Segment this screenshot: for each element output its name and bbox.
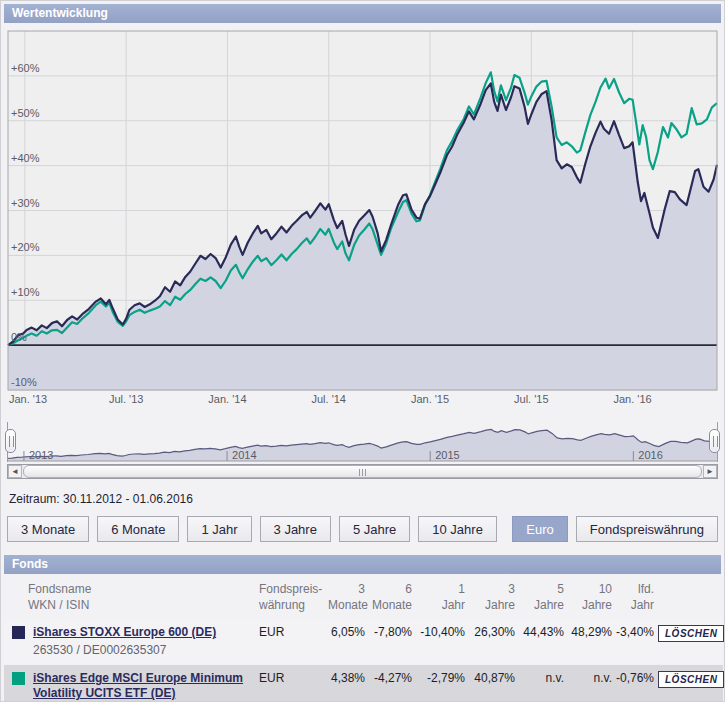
value-3-monate: 6,05% [326, 619, 367, 664]
performance-section-header: Wertentwicklung [4, 4, 721, 23]
value-10-jahre: 48,29% [566, 619, 614, 664]
period-button-3-monate[interactable]: 3 Monate [7, 516, 89, 542]
col-header-6-monate: 6 Monate [367, 577, 414, 619]
value-lfd-jahr: -0,76% [614, 664, 656, 702]
period-button-3-jahre[interactable]: 3 Jahre [260, 516, 331, 542]
fund-link[interactable]: iShares Edge MSCI Europe Minimum Volatil… [33, 671, 252, 701]
fonds-section-title: Fonds [12, 557, 48, 571]
col-header-fondspreiswaehrung: Fondspreis- währung [254, 577, 326, 619]
period-button-10-jahre[interactable]: 10 Jahre [418, 516, 497, 542]
svg-text:2014: 2014 [232, 449, 256, 461]
navigator-handle-left[interactable] [5, 429, 16, 453]
delete-fund-button[interactable]: LÖSCHEN [658, 671, 724, 688]
period-button-1-jahr[interactable]: 1 Jahr [187, 516, 251, 542]
performance-section-title: Wertentwicklung [12, 6, 108, 20]
performance-chart[interactable]: +60%+50%+40%+30%+20%+10%0%-10%Jan. '13Ju… [7, 30, 718, 413]
currency-button-euro[interactable]: Euro [512, 516, 567, 542]
series-color-swatch-green [12, 672, 25, 685]
fund-row-msci-min-volatility: iShares Edge MSCI Europe Minimum Volatil… [4, 664, 723, 702]
svg-text:Jan. '16: Jan. '16 [614, 393, 652, 405]
svg-text:Jul. '14: Jul. '14 [311, 393, 346, 405]
period-controls: 3 Monate 6 Monate 1 Jahr 3 Jahre 5 Jahre… [7, 516, 718, 542]
fund-currency: EUR [254, 619, 326, 664]
scrollbar-grip-icon [359, 469, 367, 476]
value-3-monate: 4,38% [326, 664, 367, 702]
svg-text:0%: 0% [11, 331, 27, 343]
value-1-jahr: -10,40% [414, 619, 467, 664]
value-3-jahre: 26,30% [467, 619, 517, 664]
svg-text:Jan. '14: Jan. '14 [208, 393, 246, 405]
scrollbar-thumb[interactable] [23, 465, 702, 478]
svg-text:2016: 2016 [638, 449, 662, 461]
svg-text:+10%: +10% [11, 286, 40, 298]
value-6-monate: -7,80% [367, 619, 414, 664]
value-3-jahre: 40,87% [467, 664, 517, 702]
svg-text:+30%: +30% [11, 197, 40, 209]
col-header-5-jahre: 5 Jahre [517, 577, 566, 619]
scroll-left-icon[interactable]: ◄ [8, 465, 22, 478]
svg-text:2013: 2013 [29, 449, 53, 461]
navigator-handle-right[interactable] [709, 429, 720, 453]
fund-row-stoxx-europe-600: iShares STOXX Europe 600 (DE) 263530 / D… [4, 619, 723, 664]
svg-text:Jul. '13: Jul. '13 [109, 393, 144, 405]
value-5-jahre: n.v. [517, 664, 566, 702]
performance-chart-plot[interactable]: +60%+50%+40%+30%+20%+10%0%-10%Jan. '13Ju… [7, 30, 718, 413]
value-lfd-jahr: -3,40% [614, 619, 656, 664]
svg-text:+60%: +60% [11, 62, 40, 74]
col-header-lfd-jahr: lfd. Jahr [614, 577, 656, 619]
value-6-monate: -4,27% [367, 664, 414, 702]
svg-text:+50%: +50% [11, 107, 40, 119]
delete-fund-button[interactable]: LÖSCHEN [658, 625, 724, 642]
col-header-10-jahre: 10 Jahre [566, 577, 614, 619]
svg-text:+20%: +20% [11, 241, 40, 253]
svg-text:+40%: +40% [11, 152, 40, 164]
chart-navigator[interactable]: 2013201420152016 [7, 422, 718, 462]
fund-currency: EUR [254, 664, 326, 702]
value-5-jahre: 44,43% [517, 619, 566, 664]
svg-text:Jan. '15: Jan. '15 [411, 393, 449, 405]
svg-text:-10%: -10% [11, 376, 37, 388]
currency-button-fondspreiswaehrung[interactable]: Fondspreiswährung [576, 516, 718, 542]
scroll-right-icon[interactable]: ► [703, 465, 717, 478]
date-range-label: Zeitraum: 30.11.2012 - 01.06.2016 [9, 492, 718, 506]
col-header-3-jahre: 3 Jahre [467, 577, 517, 619]
period-button-6-monate[interactable]: 6 Monate [97, 516, 179, 542]
col-header-action [656, 577, 723, 619]
fund-performance-panel: Wertentwicklung +60%+50%+40%+30%+20%+10%… [0, 0, 725, 702]
col-header-3-monate: 3 Monate [326, 577, 367, 619]
value-1-jahr: -2,79% [414, 664, 467, 702]
value-10-jahre: n.v. [566, 664, 614, 702]
svg-text:2015: 2015 [435, 449, 459, 461]
fonds-table: Fondsname WKN / ISIN Fondspreis- währung… [4, 577, 723, 702]
series-color-swatch-navy [12, 626, 25, 639]
col-header-1-jahr: 1 Jahr [414, 577, 467, 619]
svg-text:Jan. '13: Jan. '13 [9, 393, 47, 405]
fonds-section-header: Fonds [4, 555, 721, 574]
table-header-row: Fondsname WKN / ISIN Fondspreis- währung… [4, 577, 723, 619]
fund-link[interactable]: iShares STOXX Europe 600 (DE) [33, 625, 216, 640]
svg-text:Jul. '15: Jul. '15 [514, 393, 549, 405]
period-button-5-jahre[interactable]: 5 Jahre [339, 516, 410, 542]
fund-wkn-isin: 263530 / DE0002635307 [33, 643, 216, 657]
navigator-area-chart: 2013201420152016 [7, 422, 718, 466]
chart-scrollbar[interactable]: ◄ ► [7, 464, 718, 479]
col-header-fondsname: Fondsname WKN / ISIN [4, 577, 254, 619]
